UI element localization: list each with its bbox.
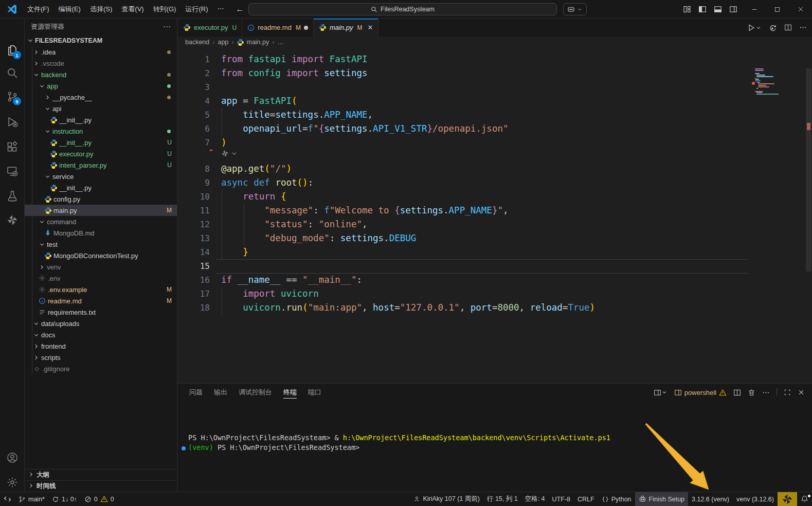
tree-folder-data_uploads[interactable]: data\uploads: [25, 318, 177, 329]
search-input[interactable]: FilesReadSysteam: [248, 3, 557, 15]
activity-remote-explorer[interactable]: [0, 160, 25, 183]
panel-tab-3[interactable]: 终端: [283, 384, 297, 401]
views-more-icon[interactable]: ⋯: [163, 22, 171, 31]
tree-folder-frontend[interactable]: frontend: [25, 340, 177, 352]
tab-main.py[interactable]: main.pyM✕: [314, 19, 378, 37]
tree-file-MongoDBConnectionTest.py[interactable]: MongoDBConnectionTest.py: [25, 250, 177, 261]
menu-item-2[interactable]: 选择(S): [85, 3, 117, 16]
tree-file-requirements.txt[interactable]: requirements.txt: [25, 306, 177, 318]
status-notifications[interactable]: [797, 492, 812, 506]
panel-tab-1[interactable]: 输出: [214, 384, 227, 401]
tree-file-__init__.py[interactable]: __init__.py: [25, 182, 177, 193]
status-pinwheel-status[interactable]: [778, 492, 797, 506]
panel-tab-4[interactable]: 端口: [308, 384, 321, 401]
layout-sidebar-left-icon[interactable]: [698, 5, 707, 13]
tree-folder-.vscode[interactable]: .vscode: [25, 58, 177, 69]
breadcrumb-item-3[interactable]: …: [277, 39, 284, 46]
terminal-shell-item[interactable]: powershell: [674, 389, 727, 396]
tree-file-__init__.py[interactable]: __init__.py: [25, 114, 177, 125]
copilot-button[interactable]: [563, 3, 587, 15]
tree-folder-__pycache__[interactable]: __pycache__: [25, 92, 177, 103]
panel-tab-0[interactable]: 问题: [189, 384, 203, 401]
panel-action-terminal-launch-profile[interactable]: [654, 389, 667, 396]
activity-search[interactable]: [0, 62, 25, 84]
sidebar-section-0[interactable]: 大纲: [25, 469, 177, 480]
menu-item-3[interactable]: 查看(V): [117, 3, 148, 16]
tab-executor.py[interactable]: executor.pyU: [178, 19, 242, 37]
tab-readme.md[interactable]: readme.mdM: [242, 19, 314, 37]
tree-file-readme.md[interactable]: readme.mdM: [25, 295, 177, 306]
panel-tab-2[interactable]: 调试控制台: [239, 384, 272, 401]
layout-sidebar-right-icon[interactable]: [729, 5, 737, 13]
tree-file-executor.py[interactable]: executor.pyU: [25, 148, 177, 159]
tab-close-icon[interactable]: ✕: [367, 24, 373, 31]
minimize-icon[interactable]: [743, 0, 766, 19]
activity-explorer[interactable]: 1: [0, 39, 25, 62]
layout-customize-icon[interactable]: [683, 5, 691, 13]
activity-manage-settings[interactable]: [0, 471, 25, 494]
editor-action-more-actions[interactable]: [799, 24, 807, 31]
status-finish-setup[interactable]: Finish Setup: [635, 492, 688, 506]
tree-file-.gitignore[interactable]: .gitignore: [25, 363, 177, 374]
status-eol[interactable]: CRLF: [574, 492, 598, 506]
tree-file-MongoDB.md[interactable]: MongoDB.md: [25, 227, 177, 239]
activity-extensions[interactable]: [0, 136, 25, 158]
tree-folder-docs[interactable]: docs: [25, 329, 177, 340]
menu-item-6[interactable]: ⋯: [212, 3, 228, 16]
activity-source-control[interactable]: 9: [0, 85, 25, 108]
tree-file-.env[interactable]: .env: [25, 273, 177, 284]
activity-testing[interactable]: [0, 185, 25, 207]
status-cursor-position[interactable]: 行 15, 列 1: [483, 492, 521, 506]
code-editor[interactable]: 1from fastapi import FastAPI2from config…: [178, 48, 812, 383]
menu-item-4[interactable]: 转到(G): [149, 3, 181, 16]
status-venv-indicator[interactable]: venv (3.12.6): [733, 492, 778, 506]
tree-root[interactable]: FILESREADSYSTEAM: [25, 35, 177, 46]
editor-action-run-or-debug[interactable]: [769, 24, 777, 32]
tree-file-intent_parser.py[interactable]: intent_parser.pyU: [25, 159, 177, 171]
menu-item-1[interactable]: 编辑(E): [54, 3, 85, 16]
status-git-branch[interactable]: main*: [15, 492, 48, 506]
status-encoding[interactable]: UTF-8: [549, 492, 574, 506]
tree-folder-venv[interactable]: venv: [25, 261, 177, 273]
tree-folder-scripts[interactable]: scripts: [25, 352, 177, 363]
tree-folder-command[interactable]: command: [25, 216, 177, 227]
inline-extension-widget[interactable]: [221, 150, 238, 157]
tree-file-__init__.py[interactable]: __init__.pyU: [25, 137, 177, 148]
scrollbar-slider[interactable]: [806, 68, 811, 272]
maximize-icon[interactable]: [766, 0, 789, 19]
panel-action-terminal-more[interactable]: [762, 389, 770, 396]
panel-action-kill-terminal[interactable]: [748, 389, 755, 396]
breadcrumb-item-2[interactable]: main.py: [237, 39, 269, 46]
menu-item-5[interactable]: 运行(R): [181, 3, 212, 16]
status-git-sync[interactable]: 1↓ 0↑: [48, 492, 81, 506]
editor-action-split-editor[interactable]: [784, 24, 792, 31]
tree-folder-.idea[interactable]: .idea: [25, 46, 177, 58]
panel-action-split-terminal[interactable]: [733, 389, 741, 396]
tree-file-.env.example[interactable]: .env.exampleM: [25, 284, 177, 295]
status-language-mode[interactable]: Python: [598, 492, 635, 506]
minimap[interactable]: [755, 68, 794, 97]
tree-folder-service[interactable]: service: [25, 171, 177, 182]
status-indentation[interactable]: 空格: 4: [521, 492, 549, 506]
terminal[interactable]: PS H:\OwnProject\FilesReadSysteam> & h:\…: [178, 401, 812, 492]
tree-folder-instruction[interactable]: instruction: [25, 125, 177, 137]
breadcrumb-item-0[interactable]: backend: [185, 39, 209, 46]
sidebar-section-1[interactable]: 时间线: [25, 480, 177, 492]
status-git-blame[interactable]: KiriAky 107 (1 周前): [410, 492, 483, 506]
breadcrumb-item-1[interactable]: app: [218, 39, 228, 46]
back-icon[interactable]: ←: [236, 5, 244, 14]
close-icon[interactable]: [789, 0, 812, 19]
tree-file-main.py[interactable]: main.pyM: [25, 205, 177, 216]
tree-folder-app[interactable]: app: [25, 80, 177, 92]
status-remote-indicator[interactable]: [0, 492, 15, 506]
status-python-interpreter[interactable]: 3.12.6 (venv): [688, 492, 733, 506]
panel-action-close-panel[interactable]: [798, 389, 805, 396]
tree-file-config.py[interactable]: config.py: [25, 193, 177, 205]
layout-panel-icon[interactable]: [714, 5, 722, 13]
panel-action-maximize-panel[interactable]: [784, 389, 791, 396]
editor-action-run-python-file[interactable]: [747, 24, 762, 32]
tree-folder-api[interactable]: api: [25, 103, 177, 114]
activity-pinwheel-extension[interactable]: [0, 209, 25, 231]
activity-account[interactable]: [0, 446, 25, 469]
tree-folder-test[interactable]: test: [25, 239, 177, 250]
